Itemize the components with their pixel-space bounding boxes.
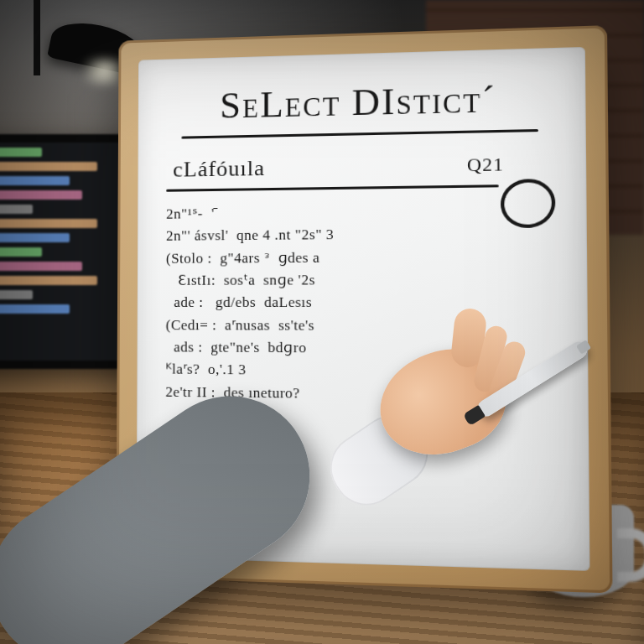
photo-scene: SeLect DIstıct´ cLáfóuıla Q21 2n"¹ˢ- ֿ' … <box>0 0 644 644</box>
board-line: (Stolo : g"4ars ᵌ ɡdes a <box>166 246 467 270</box>
desk-lamp-arm <box>34 0 40 75</box>
board-line: (Cedı= : aʳnusas ss'te's <box>166 314 468 338</box>
drawn-circle-icon <box>497 175 558 231</box>
board-line: 2n"' ásvsl' qne 4 .nt "2s" 3 <box>166 223 467 248</box>
subtitle-underline <box>166 184 498 192</box>
whiteboard-title: SeLect DIstıct´ <box>166 75 554 128</box>
whiteboard-code: Q21 <box>467 153 504 177</box>
board-line: ade : gd/ebs daLesıs <box>166 292 467 314</box>
title-underline <box>181 129 538 139</box>
whiteboard-subtitle: cLáfóuıla <box>173 156 265 183</box>
board-line: ꜪıstIı: sosᵗa snɡe '2s <box>166 268 467 292</box>
board-line: 2n"¹ˢ- ֿ' <box>166 200 466 226</box>
